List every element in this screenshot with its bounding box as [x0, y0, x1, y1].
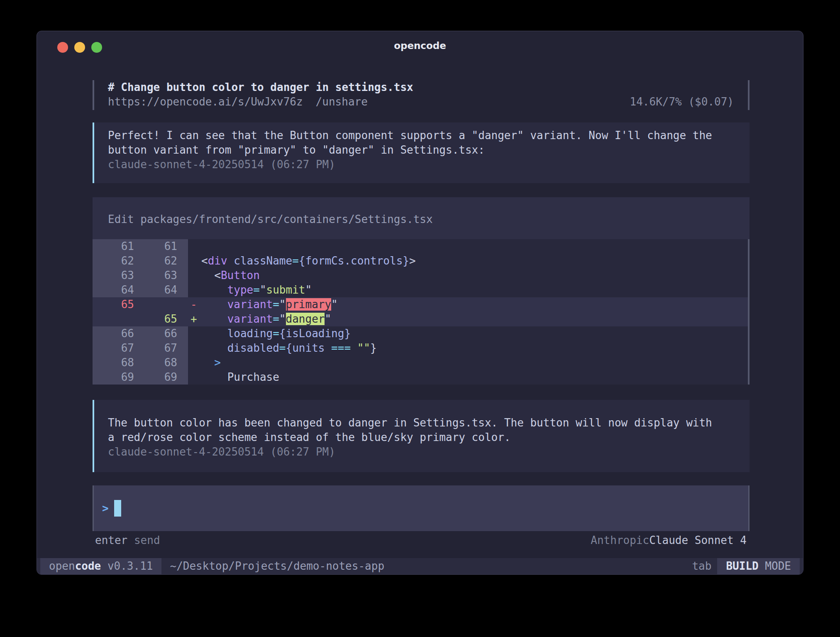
- diff-code-line: loading={isLoading}: [201, 326, 750, 341]
- diff-rows: 61616262<div className={formCs.controls}…: [93, 239, 750, 385]
- working-directory: ~/Desktop/Projects/demo-notes-app: [170, 558, 384, 574]
- model-name: Claude Sonnet 4: [649, 533, 747, 548]
- diff-code-line: type="submit": [201, 283, 750, 297]
- session-subline: https://opencode.ai/s/UwJxv76z /unshare …: [93, 95, 750, 109]
- prompt-input[interactable]: >: [93, 485, 750, 531]
- old-line-number: 69: [93, 370, 134, 385]
- code-token: <: [201, 269, 221, 282]
- window-title: opencode: [37, 31, 803, 60]
- code-token: ": [331, 298, 338, 311]
- new-line-number: 65: [134, 312, 177, 326]
- gutter-spacer: [177, 297, 188, 312]
- app-name-suffix: code: [75, 560, 101, 572]
- gutter-spacer: [177, 312, 188, 326]
- code-token: =: [273, 298, 279, 311]
- code-token: [201, 313, 227, 325]
- enter-key-hint: enter: [95, 533, 127, 548]
- message-line: Perfect! I can see that the Button compo…: [108, 128, 737, 143]
- diff-code-line: Purchase: [201, 370, 750, 385]
- mode-name: BUILD: [726, 560, 758, 572]
- code-token: {isLoading}: [279, 327, 351, 340]
- code-token: "": [357, 342, 370, 354]
- diff-marker: [188, 326, 201, 341]
- code-token: submit: [266, 284, 305, 296]
- unshare-command[interactable]: /unshare: [316, 95, 368, 109]
- diff-code-line: <Button: [201, 268, 750, 283]
- edit-file-path: Edit packages/frontend/src/containers/Se…: [93, 212, 750, 227]
- header-left-bar: [93, 80, 94, 110]
- message-line: a red/rose color scheme instead of the b…: [108, 430, 737, 445]
- diff-row: 6161: [93, 239, 750, 254]
- diff-marker: -: [188, 297, 201, 312]
- session-header: # Change button color to danger in setti…: [93, 80, 750, 110]
- mode-segment: BUILD MODE: [717, 558, 800, 574]
- message-line: The button color has been changed to dan…: [108, 416, 737, 430]
- app-version-segment: opencode v0.3.11: [40, 558, 161, 574]
- diff-marker: [188, 355, 201, 370]
- status-bar: opencode v0.3.11 ~/Desktop/Projects/demo…: [37, 558, 803, 574]
- share-url[interactable]: https://opencode.ai/s/UwJxv76z: [108, 95, 303, 109]
- diff-row: 6969 Purchase: [93, 370, 750, 385]
- code-token: type: [227, 284, 254, 296]
- diff-code-line: [201, 239, 750, 254]
- diff-code-line: disabled={units === ""}: [201, 341, 750, 355]
- code-token: ": [279, 298, 286, 311]
- code-token: className: [234, 255, 292, 267]
- message-meta: claude-sonnet-4-20250514 (06:27 PM): [108, 445, 737, 459]
- text-cursor: [114, 500, 121, 517]
- diff-marker: [188, 283, 201, 297]
- code-token: =: [273, 327, 279, 340]
- diff-marker: [188, 370, 201, 385]
- new-line-number: 69: [134, 370, 177, 385]
- code-token: Purchase: [227, 371, 279, 383]
- code-token: ===: [331, 342, 351, 354]
- new-line-number: [134, 297, 177, 312]
- old-line-number: 61: [93, 239, 134, 254]
- code-token: [351, 342, 357, 354]
- diff-row: 6767 disabled={units === ""}: [93, 341, 750, 355]
- code-token: [201, 342, 227, 354]
- opencode-window: opencode # Change button color to danger…: [37, 31, 803, 575]
- diff-row: 6666 loading={isLoading}: [93, 326, 750, 341]
- tab-key-hint[interactable]: tab: [692, 558, 711, 574]
- old-line-number: 65: [93, 297, 134, 312]
- diff-scrollbar[interactable]: [748, 239, 750, 385]
- code-token: [201, 327, 227, 340]
- diff-code-line: variant="primary": [201, 297, 750, 312]
- diff-marker: [188, 239, 201, 254]
- titlebar: opencode: [37, 31, 803, 60]
- assistant-message-2: The button color has been changed to dan…: [93, 400, 750, 472]
- gutter-spacer: [177, 326, 188, 341]
- code-token: >: [214, 356, 221, 369]
- code-token: variant: [227, 298, 273, 311]
- message-meta: claude-sonnet-4-20250514 (06:27 PM): [108, 157, 737, 172]
- diff-marker: +: [188, 312, 201, 326]
- header-right-bar: [748, 80, 750, 110]
- code-token: =: [279, 342, 286, 354]
- session-title: # Change button color to danger in setti…: [93, 80, 750, 95]
- new-line-number: 61: [134, 239, 177, 254]
- diff-row: 65+ variant="danger": [93, 312, 750, 326]
- diff-row: 65- variant="primary": [93, 297, 750, 312]
- code-token: ": [325, 313, 331, 325]
- code-token: ": [305, 284, 312, 296]
- code-token: >: [409, 255, 416, 267]
- code-token: {formCs.controls}: [299, 255, 409, 267]
- code-token: [325, 342, 331, 354]
- code-token: div: [208, 255, 227, 267]
- send-action-label: send: [134, 533, 160, 548]
- gutter-spacer: [177, 239, 188, 254]
- assistant-message-1: Perfect! I can see that the Button compo…: [93, 122, 750, 183]
- new-line-number: 62: [134, 254, 177, 268]
- send-action-hint: [127, 533, 134, 548]
- new-line-number: 66: [134, 326, 177, 341]
- diff-marker: [188, 268, 201, 283]
- code-token: loading: [227, 327, 273, 340]
- code-token: }: [370, 342, 377, 354]
- prompt-symbol: >: [102, 500, 109, 517]
- code-token: disabled: [227, 342, 279, 354]
- diff-row: 6262<div className={formCs.controls}>: [93, 254, 750, 268]
- footer-hints: enter send Anthropic Claude Sonnet 4: [93, 533, 750, 548]
- gutter-spacer: [177, 268, 188, 283]
- code-token: primary: [286, 298, 332, 311]
